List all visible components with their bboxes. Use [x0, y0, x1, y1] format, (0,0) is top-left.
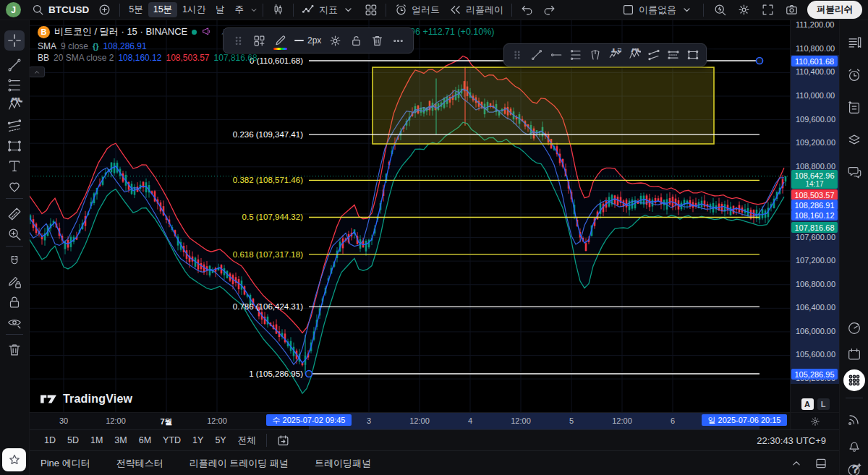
notifications-button[interactable]: [844, 435, 864, 455]
favorites-toolbar-button[interactable]: [2, 448, 26, 471]
publish-button[interactable]: 퍼블리쉬: [807, 1, 862, 19]
log-scale-button[interactable]: L: [817, 398, 830, 410]
all-apps-button[interactable]: [844, 370, 864, 390]
rectangle-button[interactable]: [684, 46, 702, 64]
interval-15m-selected[interactable]: 15분: [148, 2, 177, 17]
range-ytd[interactable]: YTD: [158, 433, 186, 448]
parallel-channel-button[interactable]: [645, 46, 663, 64]
horizontal-ray-button[interactable]: [548, 46, 565, 64]
calendar-button[interactable]: [844, 344, 864, 364]
layout-name-button[interactable]: 이름없음: [617, 1, 698, 18]
fullscreen-button[interactable]: [757, 1, 779, 18]
pitchfork-button[interactable]: [587, 46, 604, 64]
crosshair-tool-button[interactable]: [4, 30, 25, 51]
chart-style-button[interactable]: [267, 1, 289, 18]
pine-editor-tab[interactable]: Pine 에디터: [41, 457, 90, 470]
layout-grid-button[interactable]: [359, 1, 382, 18]
settings-button[interactable]: [733, 1, 755, 18]
range-5y[interactable]: 5Y: [210, 433, 231, 448]
apps-grid-icon: [843, 369, 865, 391]
stay-in-drawing-mode-button[interactable]: [4, 272, 25, 292]
quick-search-button[interactable]: [709, 1, 731, 18]
toolbar-drag-handle[interactable]: [509, 46, 526, 64]
drawing-settings-button[interactable]: [326, 32, 344, 50]
chat-button[interactable]: [844, 162, 864, 182]
fib-retracement-tool-button[interactable]: [4, 75, 25, 95]
alerts-panel-button[interactable]: [844, 65, 864, 85]
replay-button[interactable]: 리플레이: [444, 1, 508, 18]
compare-button[interactable]: [93, 1, 116, 18]
shapes-tool-button[interactable]: [4, 136, 25, 156]
chart-area[interactable]: 0 (110,601.68)0.236 (109,347.41)0.382 (1…: [29, 20, 790, 412]
range-1d[interactable]: 1D: [39, 433, 61, 448]
bb-study-name[interactable]: BB: [38, 53, 49, 63]
abcd-pattern-button[interactable]: [626, 46, 643, 64]
measure-tool-button[interactable]: [4, 204, 25, 224]
panel-layout-icon[interactable]: [814, 457, 827, 470]
fib-retracement-icon: [569, 48, 582, 61]
magnet-mode-button[interactable]: [4, 252, 25, 272]
trend-line-tool-button[interactable]: [4, 55, 25, 75]
unlock-drawing-button[interactable]: [347, 32, 365, 50]
time-axis[interactable]: 3012:007월12:00312:00412:00512:006 수 2025…: [29, 412, 790, 430]
streams-button[interactable]: [844, 409, 864, 429]
legend-collapse-button[interactable]: [29, 67, 45, 77]
lock-drawings-button[interactable]: [4, 292, 25, 312]
indicators-button[interactable]: 지표: [297, 1, 359, 18]
trend-line-button[interactable]: [528, 46, 545, 64]
ideas-flag-icon[interactable]: [201, 26, 213, 38]
main-chart-canvas[interactable]: 0 (110,601.68)0.236 (109,347.41)0.382 (1…: [29, 20, 790, 412]
emoji-tool-button[interactable]: [4, 176, 25, 197]
auto-scale-button[interactable]: A: [801, 398, 814, 410]
undo-button[interactable]: [516, 1, 538, 18]
flat-channel-button[interactable]: [665, 46, 682, 64]
fib-retracement-button[interactable]: [567, 46, 584, 64]
more-options-button[interactable]: [389, 32, 407, 50]
alert-button[interactable]: 얼러트: [390, 1, 444, 18]
watchlist-button[interactable]: [844, 33, 864, 53]
tradingview-logo[interactable]: TradingView: [39, 392, 132, 406]
object-tree-button[interactable]: [844, 130, 864, 150]
screener-button[interactable]: [844, 318, 864, 338]
sma-source-icon[interactable]: {}: [93, 42, 99, 51]
go-to-date-button[interactable]: [272, 432, 294, 449]
pattern-tool-button[interactable]: [4, 95, 25, 116]
replay-trading-panel-tab[interactable]: 리플레이 트레이딩 패널: [190, 457, 289, 470]
sma-study-name[interactable]: SMA: [38, 41, 56, 51]
template-button[interactable]: [250, 32, 268, 50]
hide-drawings-button[interactable]: [4, 312, 25, 333]
journal-button[interactable]: [844, 98, 864, 118]
price-axis[interactable]: 111,200.00110,800.00110,400.00110,000.00…: [790, 20, 840, 412]
user-avatar[interactable]: J: [6, 2, 21, 17]
range-1m[interactable]: 1M: [85, 433, 108, 448]
zoom-in-tool-button[interactable]: [4, 224, 25, 244]
text-tool-button[interactable]: [4, 156, 25, 176]
help-button[interactable]: [844, 460, 864, 475]
interval-1h[interactable]: 1시간: [177, 2, 210, 17]
range-5d[interactable]: 5D: [62, 433, 84, 448]
range-6m[interactable]: 6M: [134, 433, 156, 448]
interval-5m[interactable]: 5분: [124, 2, 148, 17]
strategy-tester-tab[interactable]: 전략테스터: [116, 457, 163, 470]
interval-chevron-down-icon[interactable]: [249, 5, 259, 15]
range-3m[interactable]: 3M: [109, 433, 132, 448]
expand-panel-chevron-up-icon[interactable]: [790, 457, 803, 470]
clock-display[interactable]: 22:30:43 UTC+9: [757, 435, 829, 446]
range-1y[interactable]: 1Y: [187, 433, 208, 448]
projection-tool-button[interactable]: [4, 116, 25, 136]
line-width-button[interactable]: 2px: [292, 33, 323, 48]
axis-settings-corner[interactable]: [790, 412, 840, 430]
interval-1w[interactable]: 주: [230, 2, 250, 17]
symbol-search-button[interactable]: BTCUSD: [27, 1, 93, 18]
line-color-button[interactable]: [271, 32, 289, 50]
interval-1d[interactable]: 날: [210, 2, 230, 17]
range-all[interactable]: 전체: [233, 432, 261, 449]
elliott-wave-button[interactable]: [606, 46, 624, 64]
snapshot-button[interactable]: [780, 1, 803, 18]
redo-button[interactable]: [538, 1, 561, 18]
remove-drawings-button[interactable]: [4, 340, 25, 360]
delete-drawing-button[interactable]: [368, 32, 386, 50]
toolbar-drag-handle[interactable]: [229, 32, 247, 50]
trading-panel-tab[interactable]: 트레이딩패널: [315, 457, 371, 470]
symbol-title[interactable]: 비트코인 / 달러 · 15 · BINANCE: [54, 25, 187, 38]
